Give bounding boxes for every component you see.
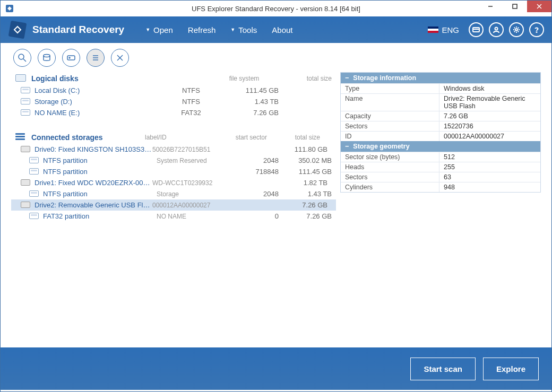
- user-button[interactable]: [489, 22, 504, 37]
- info-row: Sector size (bytes)512: [341, 152, 540, 162]
- svg-line-12: [23, 59, 26, 62]
- main-content: Logical disks file system total size Loc…: [1, 72, 551, 347]
- disk-icon: [21, 146, 31, 153]
- info-row: Heads255: [341, 162, 540, 172]
- disk-name: Local Disk (C:): [34, 86, 157, 94]
- info-row: ID000012AA00000027: [341, 131, 540, 141]
- menu-about[interactable]: About: [272, 25, 292, 34]
- collapse-icon: −: [345, 143, 349, 150]
- svg-rect-5: [8, 21, 27, 39]
- info-header-storage[interactable]: − Storage information: [341, 73, 540, 83]
- drive-icon: [21, 109, 31, 117]
- language-selector[interactable]: ENG: [428, 25, 459, 34]
- disk-icon: [21, 179, 31, 187]
- menu-refresh[interactable]: Refresh: [188, 25, 216, 34]
- info-key: Capacity: [341, 111, 439, 121]
- connected-storages-title: Connected storages: [31, 133, 145, 142]
- disk-name: NO NAME (E:): [34, 109, 157, 117]
- license-button[interactable]: [469, 22, 484, 37]
- maximize-button[interactable]: [503, 1, 527, 12]
- app-name: Standard Recovery: [32, 24, 124, 36]
- info-value: Drive2: Removable Generic USB Flash: [439, 94, 540, 111]
- close-button[interactable]: [527, 1, 551, 12]
- info-header-storage-label: Storage information: [353, 74, 416, 82]
- info-row: Cylinders948: [341, 182, 540, 192]
- info-key: Cylinders: [341, 182, 439, 192]
- col-labelid: label/ID: [145, 134, 219, 141]
- svg-point-11: [19, 54, 24, 59]
- drive-size: 7.26 GB: [274, 201, 327, 209]
- col-startsector: start sector: [219, 134, 267, 141]
- disk-size: 1.43 TB: [226, 98, 279, 106]
- storage-drive-row[interactable]: Drive2: Removable Generic USB Flas ... 0…: [11, 199, 336, 211]
- info-value: 63: [439, 172, 540, 182]
- partition-row[interactable]: FAT32 partition NO NAME 0 7.26 GB: [11, 211, 336, 222]
- info-value: 15220736: [439, 121, 540, 131]
- menu-open[interactable]: ▼Open: [145, 25, 173, 34]
- disk-name: Storage (D:): [34, 98, 157, 106]
- minimize-button[interactable]: [478, 1, 503, 12]
- drive-name: Drive0: Fixed KINGSTON SH103S312...: [34, 145, 152, 153]
- window-title: UFS Explorer Standard Recovery - version…: [1, 5, 551, 13]
- info-key: Sectors: [341, 121, 439, 131]
- close-view-button[interactable]: [111, 49, 129, 67]
- drive-icon: [29, 157, 40, 164]
- flag-icon: [428, 27, 438, 33]
- top-nav: Standard Recovery ▼Open Refresh ▼Tools A…: [1, 16, 551, 43]
- info-value: 000012AA00000027: [439, 132, 540, 141]
- info-value: 7.26 GB: [439, 111, 540, 121]
- info-key: Type: [341, 84, 439, 93]
- start-scan-button[interactable]: Start scan: [410, 358, 476, 380]
- partition-name: FAT32 partition: [43, 212, 157, 220]
- drive-size: 1.82 TB: [274, 179, 327, 187]
- menu-open-label: Open: [153, 25, 173, 34]
- info-row: Sectors15220736: [341, 121, 540, 131]
- explore-button[interactable]: Explore: [483, 358, 539, 380]
- svg-point-15: [69, 57, 70, 58]
- disk-button[interactable]: [62, 49, 80, 67]
- drive-icon: [29, 213, 40, 220]
- partition-row[interactable]: NTFS partition System Reserved 2048 350.…: [11, 155, 336, 166]
- drive-size: 111.80 GB: [274, 145, 327, 153]
- partition-size: 350.02 MB: [279, 156, 332, 164]
- drive-labelid: WD-WCC1T0239932: [152, 179, 227, 187]
- raid-button[interactable]: [38, 49, 56, 67]
- help-button[interactable]: [529, 22, 544, 37]
- drive-labelid: 000012AA00000027: [152, 202, 227, 209]
- disk-fs: NTFS: [157, 98, 226, 106]
- menu-tools-label: Tools: [238, 25, 257, 34]
- info-value: Windows disk: [439, 84, 540, 93]
- info-header-geometry[interactable]: − Storage geometry: [341, 141, 540, 152]
- connected-storages-header: Connected storages label/ID start sector…: [11, 131, 336, 144]
- left-column: Logical disks file system total size Loc…: [11, 72, 336, 347]
- info-value: 255: [439, 162, 540, 172]
- partition-startsector: 2048: [231, 156, 279, 164]
- partition-row[interactable]: NTFS partition Storage 2048 1.43 TB: [11, 188, 336, 199]
- collapse-icon: −: [345, 74, 349, 82]
- partition-name: NTFS partition: [43, 156, 157, 164]
- app-logo-icon: [8, 20, 27, 39]
- partition-startsector: 0: [231, 212, 279, 220]
- storage-drive-row[interactable]: Drive1: Fixed WDC WD20EZRX-00DC... WD-WC…: [11, 177, 336, 188]
- drive-icon: [21, 98, 31, 106]
- disk-icon: [21, 202, 31, 209]
- settings-button[interactable]: [509, 22, 524, 37]
- monitor-icon: [15, 74, 27, 83]
- logical-disk-row[interactable]: NO NAME (E:) FAT32 7.26 GB: [11, 107, 336, 118]
- info-panel: − Storage information TypeWindows diskNa…: [340, 72, 541, 347]
- menu-tools[interactable]: ▼Tools: [230, 25, 257, 34]
- logical-disk-row[interactable]: Storage (D:) NTFS 1.43 TB: [11, 96, 336, 107]
- disk-fs: NTFS: [157, 86, 226, 94]
- logical-disks-header: Logical disks file system total size: [11, 72, 336, 85]
- logical-disk-row[interactable]: Local Disk (C:) NTFS 111.45 GB: [11, 85, 336, 96]
- disk-fs: FAT32: [157, 109, 226, 117]
- search-button[interactable]: [13, 49, 31, 67]
- partition-row[interactable]: NTFS partition 718848 111.45 GB: [11, 166, 336, 177]
- storage-icon: [15, 133, 27, 142]
- list-view-button[interactable]: [87, 49, 105, 67]
- col-filesystem: file system: [210, 75, 279, 82]
- partition-startsector: 718848: [231, 168, 279, 176]
- storage-drive-row[interactable]: Drive0: Fixed KINGSTON SH103S312... 5002…: [11, 144, 336, 155]
- partition-labelid: Storage: [157, 190, 231, 198]
- svg-point-10: [536, 32, 537, 32]
